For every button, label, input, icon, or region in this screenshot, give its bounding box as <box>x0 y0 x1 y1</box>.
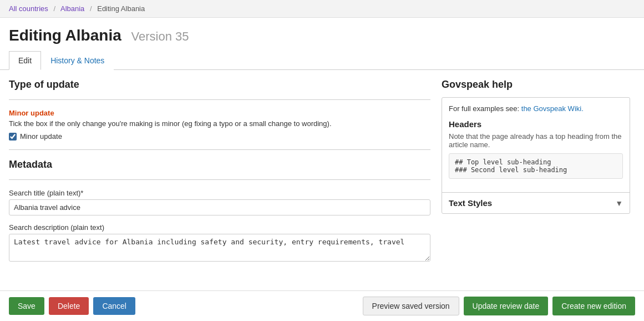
minor-update-desc: Tick the box if the only change you're m… <box>9 119 430 128</box>
govspeak-wiki-link[interactable]: the Govspeak Wiki. <box>521 104 584 113</box>
main-content: Type of update Minor update Tick the box… <box>0 70 644 280</box>
chevron-down-icon: ▼ <box>615 199 623 208</box>
govspeak-title: Govspeak help <box>442 79 630 91</box>
breadcrumb-all-countries[interactable]: All countries <box>9 4 48 13</box>
delete-button[interactable]: Delete <box>49 297 89 313</box>
minor-update-checkbox-row: Minor update <box>9 132 430 141</box>
preview-saved-version-button[interactable]: Preview saved version <box>363 297 459 313</box>
govspeak-text-styles-toggle[interactable]: Text Styles ▼ <box>442 192 630 213</box>
breadcrumb: All countries / Albania / Editing Albani… <box>0 0 644 18</box>
breadcrumb-sep-2: / <box>90 4 92 13</box>
govspeak-headers-desc: Note that the page already has a top hea… <box>449 132 623 149</box>
divider-metadata <box>9 149 430 150</box>
govspeak-for-full: For full examples see: the Govspeak Wiki… <box>449 104 623 113</box>
left-panel: Type of update Minor update Tick the box… <box>9 79 430 271</box>
page-title: Editing Albania Version 35 <box>9 27 635 44</box>
cancel-button[interactable]: Cancel <box>93 297 135 313</box>
govspeak-panel: For full examples see: the Govspeak Wiki… <box>442 97 630 214</box>
tab-edit[interactable]: Edit <box>9 51 41 70</box>
minor-update-checkbox-label: Minor update <box>20 132 62 141</box>
breadcrumb-sep-1: / <box>53 4 55 13</box>
create-new-edition-button[interactable]: Create new edition <box>552 297 635 313</box>
footer-right: Preview saved version Update review date… <box>363 297 635 313</box>
update-review-date-button[interactable]: Update review date <box>464 297 549 313</box>
search-title-label: Search title (plain text)* <box>9 189 430 197</box>
govspeak-code-block: ## Top level sub-heading ### Second leve… <box>449 153 623 179</box>
footer-bar: Save Delete Cancel Preview saved version… <box>0 290 644 313</box>
minor-update-heading: Minor update <box>9 109 430 117</box>
breadcrumb-country[interactable]: Albania <box>60 4 84 13</box>
divider-meta2 <box>9 179 430 180</box>
tabs-bar: Edit History & Notes <box>0 51 644 70</box>
metadata-title: Metadata <box>9 159 430 170</box>
breadcrumb-current: Editing Albania <box>97 4 145 13</box>
divider-type <box>9 99 430 100</box>
right-panel: Govspeak help For full examples see: the… <box>442 79 630 271</box>
metadata-section: Metadata Search title (plain text)* Sear… <box>9 159 430 263</box>
search-title-input[interactable] <box>9 199 430 215</box>
search-desc-textarea[interactable]: Latest travel advice for Albania includi… <box>9 234 430 262</box>
version-label: Version 35 <box>131 29 189 43</box>
type-of-update-section: Type of update Minor update Tick the box… <box>9 79 430 141</box>
govspeak-inner: For full examples see: the Govspeak Wiki… <box>442 98 630 192</box>
minor-update-checkbox[interactable] <box>9 133 17 141</box>
text-styles-label: Text Styles <box>449 198 492 208</box>
govspeak-headers-title: Headers <box>449 119 623 129</box>
search-desc-label: Search description (plain text) <box>9 223 430 232</box>
tab-history-notes[interactable]: History & Notes <box>41 51 114 70</box>
footer-left: Save Delete Cancel <box>9 297 135 313</box>
type-of-update-title: Type of update <box>9 79 430 91</box>
save-button[interactable]: Save <box>9 297 44 313</box>
page-header: Editing Albania Version 35 <box>0 18 644 51</box>
search-title-field: Search title (plain text)* <box>9 189 430 215</box>
search-desc-field: Search description (plain text) Latest t… <box>9 223 430 263</box>
